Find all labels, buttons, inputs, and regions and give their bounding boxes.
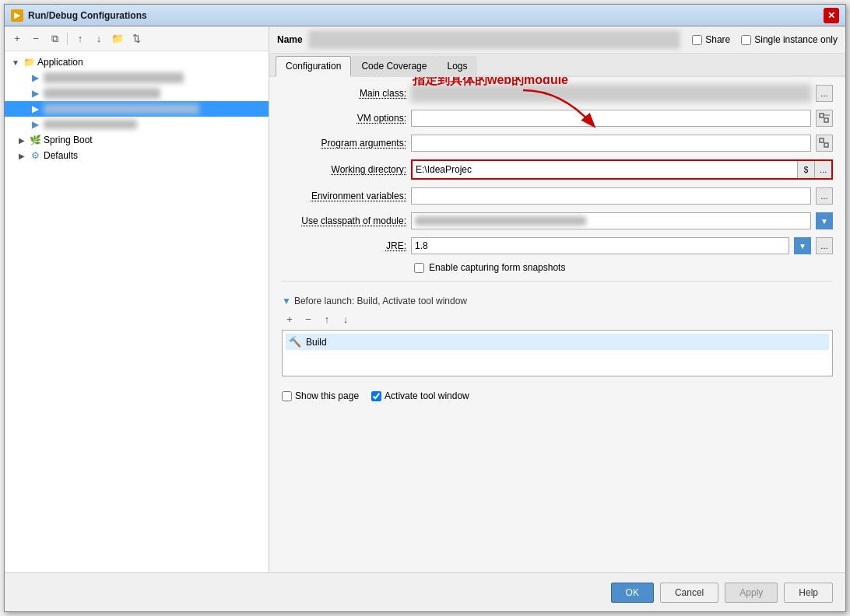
show-page-checkbox[interactable] [282,391,292,401]
blurred-label-2 [44,88,160,99]
before-launch-toolbar: + − ↑ ↓ [282,311,833,327]
help-button[interactable]: Help [784,583,833,603]
before-launch-up-button[interactable]: ↑ [319,311,335,327]
tree-node-blurred-2[interactable]: ▶ [5,86,269,101]
move-down-button[interactable]: ↓ [91,31,107,47]
name-label: Name [277,34,303,45]
bottom-bar: OK Cancel Apply Help [5,572,845,611]
title-bar: ▶ Run/Debug Configurations ✕ [5,5,845,26]
right-panel: Name Share Single instance only Configur… [269,26,845,572]
snapshots-label: Enable capturing form snapshots [429,262,565,273]
move-up-button[interactable]: ↑ [72,31,88,47]
defaults-icon: ⚙ [29,149,41,162]
build-item[interactable]: 🔨 Build [286,334,829,350]
tree-node-blurred-3[interactable]: ▶ [5,117,269,132]
share-checkbox[interactable] [692,35,702,45]
before-launch-down-button[interactable]: ↓ [338,311,353,327]
add-button[interactable]: + [9,31,25,47]
share-area: Share Single instance only [692,34,838,45]
blurred-label-1 [44,72,184,83]
program-args-input[interactable] [411,135,811,152]
window-title: Run/Debug Configurations [28,10,824,21]
tree-node-defaults[interactable]: ▶ ⚙ Defaults [5,148,269,163]
activate-window-label[interactable]: Activate tool window [371,390,469,401]
share-checkbox-label[interactable]: Share [692,34,730,45]
tab-logs[interactable]: Logs [437,56,477,75]
jre-browse-button[interactable]: … [816,237,833,254]
env-vars-row: Environment variables: … [282,187,833,205]
activate-window-text: Activate tool window [385,390,469,401]
vm-options-input[interactable] [411,110,811,127]
env-vars-input[interactable] [411,187,811,205]
tree-label-defaults: Defaults [44,150,78,161]
name-input[interactable] [309,31,680,48]
toolbar-divider [67,33,68,45]
run-icon-4: ▶ [29,118,41,131]
before-launch-chevron[interactable]: ▼ [282,296,291,306]
working-dir-var-button[interactable]: $ [797,161,814,178]
before-launch-list: 🔨 Build [282,330,833,376]
ok-button[interactable]: OK [611,583,654,603]
tree-toggle-defaults[interactable]: ▶ [17,151,26,160]
cancel-button[interactable]: Cancel [660,583,718,603]
remove-button[interactable]: − [28,31,44,47]
tree-node-application[interactable]: ▼ 📁 Application [5,54,269,70]
tree-toggle-application[interactable]: ▼ [11,58,20,67]
jre-row: JRE: 1.8 ▼ … [282,237,833,254]
jre-dropdown-arrow[interactable]: ▼ [794,237,811,254]
blurred-label-selected [44,103,199,114]
tab-code-coverage[interactable]: Code Coverage [351,56,437,75]
blurred-label-3 [44,120,137,129]
working-dir-browse-button[interactable]: … [814,161,831,178]
run-icon-3: ▶ [29,103,41,115]
window-icon: ▶ [11,9,23,22]
main-class-label: Main class: [282,88,406,99]
main-content: + − ⧉ ↑ ↓ 📁 ⇅ ▼ 📁 Application [5,26,845,572]
single-instance-checkbox-label[interactable]: Single instance only [741,34,838,45]
config-content: Main class: … 指定到具体的web的module [269,77,845,572]
before-launch-section: ▼ Before launch: Build, Activate tool wi… [282,289,833,383]
show-page-text: Show this page [295,390,359,401]
working-dir-input[interactable] [413,162,797,177]
close-button[interactable]: ✕ [824,8,839,23]
working-dir-row: Working directory: $ … [282,159,833,180]
tab-configuration[interactable]: Configuration [276,56,351,77]
tree-node-spring-boot[interactable]: ▶ 🌿 Spring Boot [5,132,269,148]
application-folder-icon: 📁 [23,56,35,68]
jre-select[interactable]: 1.8 [411,237,789,254]
single-instance-checkbox[interactable] [741,35,751,45]
show-page-label[interactable]: Show this page [282,390,359,401]
folder-button[interactable]: 📁 [110,31,125,47]
main-class-browse-button[interactable]: … [816,85,833,102]
main-class-input[interactable] [411,85,811,102]
program-args-label: Program arguments: [282,138,406,149]
activate-window-checkbox[interactable] [371,391,381,401]
before-launch-remove-button[interactable]: − [300,311,316,327]
vm-options-expand-button[interactable] [816,110,833,127]
program-args-expand-button[interactable] [816,135,833,152]
config-tree[interactable]: ▼ 📁 Application ▶ ▶ ▶ ▶ [5,51,269,572]
classpath-dropdown-arrow[interactable]: ▼ [816,212,833,229]
left-panel: + − ⧉ ↑ ↓ 📁 ⇅ ▼ 📁 Application [5,26,269,572]
share-label: Share [705,34,730,45]
main-window: ▶ Run/Debug Configurations ✕ + − ⧉ ↑ ↓ 📁… [4,4,846,612]
tree-node-blurred-1[interactable]: ▶ [5,70,269,86]
copy-button[interactable]: ⧉ [47,31,62,47]
apply-button[interactable]: Apply [725,583,778,603]
tree-node-selected[interactable]: ▶ [5,101,269,117]
classpath-row: Use classpath of module: ▼ [282,212,833,229]
build-label: Build [306,337,327,348]
bottom-checkbox-row: Show this page Activate tool window [282,390,833,401]
sort-button[interactable]: ⇅ [128,31,144,47]
expand-icon [819,113,830,124]
jre-label: JRE: [282,240,406,251]
before-launch-header: ▼ Before launch: Build, Activate tool wi… [282,296,833,306]
tree-toggle-spring-boot[interactable]: ▶ [17,135,26,145]
env-vars-browse-button[interactable]: … [816,187,833,205]
classpath-select[interactable] [411,212,811,229]
before-launch-add-button[interactable]: + [282,311,297,327]
snapshots-checkbox[interactable] [414,263,424,273]
snapshots-checkbox-row: Enable capturing form snapshots [282,262,833,273]
spring-boot-icon: 🌿 [29,134,41,146]
program-args-row: Program arguments: [282,135,833,152]
